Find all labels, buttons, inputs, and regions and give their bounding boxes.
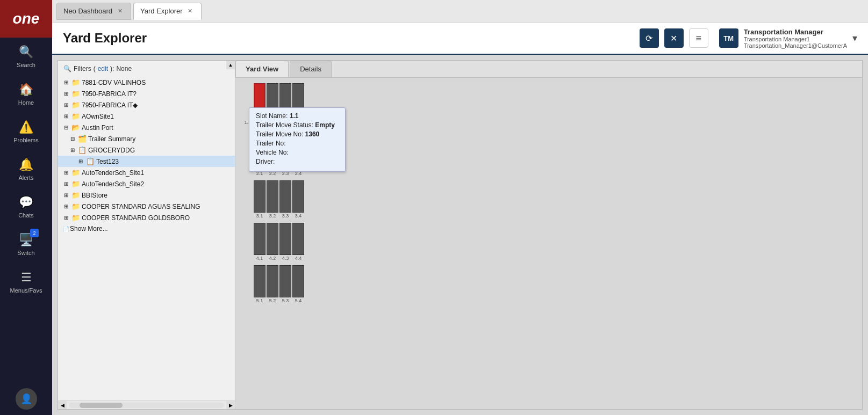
tab-neo-dashboard[interactable]: Neo Dashboard ✕ — [56, 3, 131, 20]
tree-item-label: Test123 — [96, 158, 119, 165]
folder-open-icon: 📂 — [71, 123, 80, 132]
tab-close-yard-explorer[interactable]: ✕ — [186, 7, 195, 16]
tree-item-7950-it2[interactable]: ⊞ 📁 7950-FABRICA IT◆ — [58, 99, 235, 111]
slot-4-3[interactable] — [279, 223, 291, 255]
doc-icon: 📄 — [62, 225, 70, 232]
slot-3-1[interactable] — [254, 180, 266, 213]
slot-3-4[interactable] — [292, 180, 304, 213]
filters-label: Filters — [74, 65, 91, 72]
slot-5-1[interactable] — [254, 265, 266, 297]
tree-scroll-area[interactable]: 🔍 Filters (edit): None ⊞ 📁 7881-CDV VALI… — [58, 61, 235, 401]
tree-item-groceryddg[interactable]: ⊞ 📋 GROCERYDDG — [58, 144, 235, 156]
warning-icon: ⚠️ — [19, 120, 33, 134]
dropdown-arrow-icon[interactable]: ▾ — [852, 32, 857, 44]
slot-num-3-3: 3.3 — [279, 213, 291, 219]
slot-5-3[interactable] — [279, 265, 291, 297]
slot-5-4[interactable] — [292, 265, 304, 297]
details-tab-label: Details — [300, 65, 321, 73]
tree-item-trailer-summary[interactable]: ⊟ 🗂️ Trailer Summary — [58, 133, 235, 144]
user-avatar-sidebar[interactable]: 👤 — [16, 388, 37, 410]
tree-item-austin[interactable]: ⊟ 📂 Austin Port — [58, 122, 235, 133]
hamburger-button[interactable]: ≡ — [689, 28, 708, 48]
folder-icon: 📁 — [71, 112, 80, 120]
expand-icon: ⊞ — [62, 113, 70, 120]
folder-icon: 📁 — [71, 214, 80, 222]
tree-item-label: 7950-FABRICA IT◆ — [82, 101, 138, 109]
expand-icon: ⊞ — [77, 158, 84, 165]
close-icon: ✕ — [670, 33, 677, 43]
refresh-button[interactable]: ⟳ — [640, 28, 659, 48]
slot-3-2[interactable] — [267, 180, 278, 213]
slot-num-3-1: 3.1 — [254, 213, 266, 219]
scroll-left-button[interactable]: ◀ — [58, 401, 67, 410]
slot-num-3-2: 3.2 — [267, 213, 278, 219]
tree-item-cooper-aguas[interactable]: ⊞ 📁 COOPER STANDARD AGUAS SEALING — [58, 201, 235, 212]
tree-scroll-up-button[interactable]: ▲ — [226, 61, 235, 69]
folder2-icon: 📋 — [78, 146, 87, 154]
slot-5-2[interactable] — [267, 265, 278, 297]
slot-num-5-4: 5.4 — [292, 298, 304, 303]
expand-icon: ⊟ — [62, 124, 70, 132]
row-group-4: 4.1 4.2 4.3 4.4 — [241, 223, 857, 261]
tree-item-aown[interactable]: ⊞ 📁 AOwnSite1 — [58, 111, 235, 122]
tree-item-autotender1[interactable]: ⊞ 📁 AutoTenderSch_Site1 — [58, 167, 235, 178]
search-icon: 🔍 — [19, 45, 33, 59]
slot-4-4[interactable] — [292, 223, 304, 255]
tree-item-show-more[interactable]: 📄 Show More... — [58, 223, 235, 234]
tooltip-vehicle-no: Vehicle No: — [256, 149, 339, 156]
slot-num-4-4: 4.4 — [292, 256, 304, 261]
tab-close-neo-dashboard[interactable]: ✕ — [116, 7, 124, 16]
sidebar-item-switch[interactable]: 🖥️ 2 Switch — [0, 225, 52, 263]
tree-horizontal-scrollbar[interactable]: ◀ ▶ — [58, 401, 235, 409]
tooltip-trailer-move-no: Trailer Move No: 1360 — [256, 130, 339, 138]
content-area: ▲ 🔍 Filters (edit): None ⊞ 📁 7881-CDV VA… — [52, 55, 868, 415]
tooltip-driver: Driver: — [256, 158, 339, 165]
tree-item-label: Austin Port — [82, 124, 113, 132]
tree-item-label: Show More... — [70, 225, 108, 232]
tree-item-bbistore[interactable]: ⊞ 📁 BBIStore — [58, 190, 235, 201]
row-numbers-5: 5.1 5.2 5.3 5.4 — [241, 298, 857, 303]
sidebar-item-chats[interactable]: 💬 Chats — [0, 188, 52, 225]
tree-item-cooper-gold[interactable]: ⊞ 📁 COOPER STANDARD GOLDSBORO — [58, 212, 235, 223]
expand-icon: ⊞ — [62, 203, 70, 210]
row-group-5: 5.1 5.2 5.3 5.4 — [241, 265, 857, 303]
expand-icon: ⊟ — [69, 135, 76, 143]
tab-yard-explorer[interactable]: Yard Explorer ✕ — [133, 3, 202, 20]
folder-icon: 📁 — [71, 78, 80, 86]
tree-item-7950-it[interactable]: ⊞ 📁 7950-FABRICA IT? — [58, 88, 235, 99]
scroll-right-button[interactable]: ▶ — [226, 401, 235, 410]
tree-item-autotender2[interactable]: ⊞ 📁 AutoTenderSch_Site2 — [58, 178, 235, 190]
slot-num-4-3: 4.3 — [279, 256, 291, 261]
sidebar-item-label: Search — [17, 62, 35, 68]
sidebar: one 🔍 Search 🏠 Home ⚠️ Problems 🔔 Alerts… — [0, 0, 52, 415]
scroll-thumb[interactable] — [80, 403, 123, 408]
bell-icon: 🔔 — [19, 158, 33, 172]
folder-icon: 📁 — [71, 202, 80, 210]
hamburger-icon: ≡ — [695, 33, 701, 44]
sidebar-item-home[interactable]: 🏠 Home — [0, 75, 52, 113]
tab-details[interactable]: Details — [290, 61, 332, 77]
app-logo[interactable]: one — [0, 0, 52, 38]
sidebar-item-menus[interactable]: ☰ Menus/Favs — [0, 263, 52, 301]
slot-4-1[interactable] — [254, 223, 266, 255]
tooltip-trailer-no: Trailer No: — [256, 140, 339, 147]
tree-item-7881[interactable]: ⊞ 📁 7881-CDV VALINHOS — [58, 77, 235, 88]
filters-edit-link[interactable]: edit — [98, 65, 108, 72]
panel: ▲ 🔍 Filters (edit): None ⊞ 📁 7881-CDV VA… — [58, 60, 863, 410]
sidebar-item-search[interactable]: 🔍 Search — [0, 38, 52, 75]
sidebar-item-problems[interactable]: ⚠️ Problems — [0, 113, 52, 150]
user-name: Transportation Manager — [744, 28, 847, 36]
header-bar: Yard Explorer ⟳ ✕ ≡ TM Transportation Ma… — [52, 23, 868, 55]
tree-item-label: AOwnSite1 — [82, 113, 114, 120]
tab-yard-view[interactable]: Yard View — [235, 61, 289, 77]
folder2-icon: 📋 — [86, 157, 95, 165]
tree-item-label: GROCERYDDG — [88, 147, 135, 154]
sidebar-item-alerts[interactable]: 🔔 Alerts — [0, 150, 52, 188]
slots-row-5 — [241, 265, 857, 297]
slot-3-3[interactable] — [279, 180, 291, 213]
slot-4-2[interactable] — [267, 223, 278, 255]
close-button[interactable]: ✕ — [664, 28, 684, 48]
expand-icon: ⊞ — [62, 192, 70, 199]
tree-item-test123[interactable]: ⊞ 📋 Test123 — [58, 156, 235, 167]
tree-item-label: COOPER STANDARD AGUAS SEALING — [82, 203, 200, 210]
